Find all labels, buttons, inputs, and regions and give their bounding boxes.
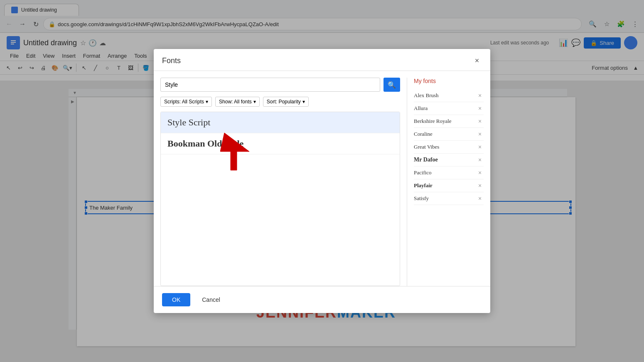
show-dropdown-icon: ▾	[253, 99, 256, 105]
scripts-filter[interactable]: Scripts: All Scripts ▾	[160, 97, 212, 107]
ok-button[interactable]: OK	[162, 293, 190, 306]
search-row: 🔍	[160, 78, 400, 92]
my-font-name-playfair: Playfair	[414, 182, 433, 189]
my-font-remove-playfair[interactable]: ×	[476, 182, 484, 189]
my-font-item: Mr Dafoe ×	[414, 154, 484, 166]
font-search-input[interactable]	[160, 78, 380, 92]
modal-body: 🔍 Scripts: All Scripts ▾ Show: All fonts…	[154, 71, 490, 286]
modal-header: Fonts ×	[154, 49, 490, 71]
my-font-item: Satisfy ×	[414, 192, 484, 205]
modal-right-panel: My fonts Alex Brush × Allura × Berkshire…	[407, 78, 490, 286]
my-font-name-great-vibes: Great Vibes	[414, 144, 439, 150]
my-font-item: Alex Brush ×	[414, 89, 484, 102]
font-bookman-preview: Bookman Old Style	[167, 138, 243, 149]
my-fonts-title: My fonts	[414, 78, 484, 84]
my-font-name-satisfy: Satisfy	[414, 195, 429, 202]
my-font-remove-alex-brush[interactable]: ×	[476, 92, 484, 99]
my-font-item: Coraline ×	[414, 128, 484, 141]
modal-overlay: Fonts × 🔍 Scripts: All Scripts ▾ Show: A…	[0, 0, 644, 362]
my-font-item: Allura ×	[414, 102, 484, 115]
sort-dropdown-icon: ▾	[302, 99, 305, 105]
modal-close-button[interactable]: ×	[472, 56, 482, 66]
sort-filter[interactable]: Sort: Popularity ▾	[263, 97, 309, 107]
my-font-item: Playfair ×	[414, 179, 484, 192]
my-font-remove-mr-dafoe[interactable]: ×	[476, 156, 484, 164]
fonts-modal: Fonts × 🔍 Scripts: All Scripts ▾ Show: A…	[154, 49, 490, 313]
my-font-remove-berkshire[interactable]: ×	[476, 117, 484, 125]
my-font-item: Berkshire Royale ×	[414, 115, 484, 128]
my-font-name-coraline: Coraline	[414, 131, 433, 137]
filter-row: Scripts: All Scripts ▾ Show: All fonts ▾…	[160, 97, 400, 107]
my-font-name-alex-brush: Alex Brush	[414, 92, 439, 99]
cancel-button[interactable]: Cancel	[195, 293, 227, 306]
font-list-item[interactable]: Bookman Old Style	[161, 133, 400, 154]
my-font-remove-coraline[interactable]: ×	[476, 130, 484, 138]
font-style-script-preview: Style Script	[167, 117, 210, 127]
my-font-remove-satisfy[interactable]: ×	[476, 195, 484, 202]
show-filter[interactable]: Show: All fonts ▾	[215, 97, 260, 107]
modal-footer: OK Cancel	[154, 286, 490, 313]
my-font-remove-allura[interactable]: ×	[476, 105, 484, 112]
font-list: Style Script Bookman Old Style	[160, 112, 400, 286]
my-font-item: Great Vibes ×	[414, 141, 484, 154]
modal-left-panel: 🔍 Scripts: All Scripts ▾ Show: All fonts…	[154, 78, 407, 286]
my-font-name-allura: Allura	[414, 105, 428, 112]
font-search-button[interactable]: 🔍	[383, 78, 400, 92]
my-font-item: Pacifico ×	[414, 166, 484, 179]
my-font-remove-great-vibes[interactable]: ×	[476, 143, 484, 151]
scripts-dropdown-icon: ▾	[206, 99, 208, 105]
my-font-name-mr-dafoe: Mr Dafoe	[414, 157, 438, 163]
my-font-name-berkshire: Berkshire Royale	[414, 118, 452, 125]
my-font-remove-pacifico[interactable]: ×	[476, 169, 484, 176]
my-font-name-pacifico: Pacifico	[414, 169, 432, 176]
modal-title: Fonts	[162, 56, 181, 65]
font-list-item[interactable]: Style Script	[161, 112, 400, 133]
